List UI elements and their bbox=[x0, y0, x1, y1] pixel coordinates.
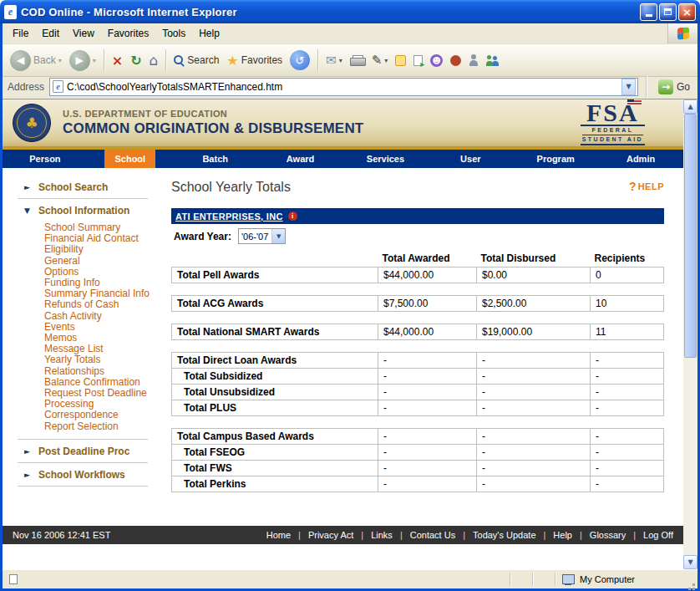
menu-tools[interactable]: Tools bbox=[155, 24, 192, 43]
nav-tab-person[interactable]: Person bbox=[3, 150, 88, 168]
address-dropdown-button[interactable]: ▼ bbox=[621, 79, 636, 95]
total-awarded-value: - bbox=[378, 429, 477, 445]
nav-tab-batch[interactable]: Batch bbox=[173, 150, 258, 168]
messenger-button[interactable]: ☻ bbox=[428, 53, 445, 69]
maximize-icon bbox=[664, 8, 672, 15]
scroll-down-button[interactable]: ▼ bbox=[683, 555, 697, 569]
spacer-cell bbox=[172, 416, 664, 429]
sidebar-link-yearly-totals[interactable]: Yearly Totals bbox=[44, 354, 166, 365]
agency-name: U.S. DEPARTMENT OF EDUCATION bbox=[63, 109, 363, 119]
menu-file[interactable]: File bbox=[6, 24, 35, 43]
sidebar-section-header-school-workflows[interactable]: ►School Workflows bbox=[3, 464, 166, 485]
scrollbar-thumb[interactable] bbox=[684, 114, 697, 358]
print-button[interactable] bbox=[347, 53, 367, 68]
school-name-link[interactable]: ATI ENTERPRISES, INC bbox=[175, 211, 283, 222]
col-header-total-awarded: Total Awarded bbox=[378, 250, 477, 267]
mail-button[interactable]: ✉ ▾ bbox=[323, 51, 345, 69]
help-button[interactable]: ? HELP bbox=[629, 180, 664, 193]
scrollbar-track[interactable] bbox=[683, 114, 697, 555]
vertical-scrollbar[interactable]: ▲ ▼ bbox=[683, 99, 697, 569]
nav-tab-label: Award bbox=[276, 150, 324, 168]
edit-button[interactable]: ✎ ▾ bbox=[369, 51, 391, 69]
sidebar-link-report-selection[interactable]: Report Selection bbox=[44, 421, 166, 432]
table-row-total-subsidized: Total Subsidized--- bbox=[172, 369, 664, 385]
footer-link-glossary[interactable]: Glossary bbox=[590, 530, 626, 540]
award-year-select[interactable]: '06-'07 ▼ bbox=[238, 228, 286, 244]
go-button[interactable]: → Go bbox=[654, 79, 694, 94]
info-icon[interactable]: i bbox=[288, 211, 297, 221]
nav-tab-award[interactable]: Award bbox=[258, 150, 343, 168]
page-body: ►School Search▼School InformationSchool … bbox=[3, 168, 683, 526]
resize-grip[interactable] bbox=[684, 572, 696, 587]
home-button[interactable]: ⌂ bbox=[147, 50, 161, 70]
page-title: School Yearly Totals bbox=[171, 180, 291, 195]
spacer-cell bbox=[172, 283, 664, 296]
sidebar-link-cash-activity[interactable]: Cash Activity bbox=[44, 311, 166, 322]
nav-tab-user[interactable]: User bbox=[428, 150, 513, 168]
web-page: ♣ U.S. DEPARTMENT OF EDUCATION COMMON OR… bbox=[3, 99, 683, 569]
refresh-button[interactable]: ↻ bbox=[128, 51, 144, 70]
sidebar-section-post-deadline-proc: ►Post Deadline Proc bbox=[3, 441, 166, 461]
application-title: COMMON ORIGINATION & DISBURSEMENT bbox=[63, 120, 363, 137]
footer-link-today-s-update[interactable]: Today's Update bbox=[473, 530, 535, 540]
title-bar[interactable]: e COD Online - Microsoft Internet Explor… bbox=[0, 0, 700, 23]
scroll-up-button[interactable]: ▲ bbox=[683, 99, 697, 114]
history-button[interactable]: ↺ bbox=[287, 48, 312, 72]
nav-tab-services[interactable]: Services bbox=[343, 150, 429, 168]
contacts-button[interactable] bbox=[484, 53, 504, 68]
triangle-right-icon: ► bbox=[24, 471, 33, 479]
menu-help[interactable]: Help bbox=[192, 24, 226, 43]
sidebar-section-label: School Information bbox=[38, 205, 129, 217]
favorites-label: Favorites bbox=[241, 54, 282, 66]
maximize-button[interactable] bbox=[659, 3, 677, 21]
stop-button[interactable]: × bbox=[109, 51, 125, 70]
sidebar-section-header-post-deadline-proc[interactable]: ►Post Deadline Proc bbox=[3, 441, 166, 461]
sidebar-link-correspondence[interactable]: Correspondence bbox=[44, 410, 166, 420]
total-disbursed-value: - bbox=[477, 369, 591, 385]
minimize-button[interactable] bbox=[640, 3, 657, 21]
sidebar-link-general[interactable]: General bbox=[44, 256, 166, 267]
footer-link-log-off[interactable]: Log Off bbox=[643, 530, 673, 540]
sidebar-section-header-school-search[interactable]: ►School Search bbox=[3, 176, 166, 197]
row-label: Total FWS bbox=[172, 461, 378, 476]
sidebar-link-eligibility[interactable]: Eligibility bbox=[44, 244, 166, 255]
media-button[interactable] bbox=[448, 53, 464, 68]
address-input[interactable]: e C:\cod\SchoolYearlyTotalsSMARTEnhanced… bbox=[49, 78, 638, 96]
sidebar-section-header-school-information[interactable]: ▼School Information bbox=[3, 200, 166, 221]
row-label: Total ACG Awards bbox=[172, 296, 378, 312]
profile-button[interactable] bbox=[466, 53, 481, 68]
favorites-button[interactable]: ★ Favorites bbox=[224, 51, 285, 70]
nav-tab-program[interactable]: Program bbox=[513, 150, 598, 168]
sidebar-links: School SummaryFinancial Aid ContactEligi… bbox=[3, 221, 166, 438]
search-button[interactable]: Search bbox=[171, 53, 221, 68]
sidebar-link-relationships[interactable]: Relationships bbox=[44, 366, 166, 377]
my-computer-icon bbox=[562, 574, 575, 585]
footer-link-contact-us[interactable]: Contact Us bbox=[410, 530, 455, 540]
footer-link-links[interactable]: Links bbox=[371, 530, 393, 540]
nav-tab-school[interactable]: School bbox=[88, 150, 173, 168]
address-url: C:\cod\SchoolYearlyTotalsSMARTEnhanced.h… bbox=[67, 81, 618, 93]
research-button[interactable] bbox=[411, 53, 425, 68]
sidebar-divider bbox=[18, 439, 148, 440]
document-icon bbox=[9, 574, 18, 584]
forward-button[interactable]: ▶ ▾ bbox=[67, 48, 99, 73]
menu-favorites[interactable]: Favorites bbox=[101, 24, 155, 43]
menu-edit[interactable]: Edit bbox=[35, 24, 66, 43]
footer-separator: | bbox=[361, 530, 363, 540]
footer-link-privacy-act[interactable]: Privacy Act bbox=[308, 530, 353, 540]
nav-tab-admin[interactable]: Admin bbox=[598, 150, 683, 168]
sidebar-link-refunds-of-cash[interactable]: Refunds of Cash bbox=[44, 299, 166, 310]
back-button[interactable]: ◀ Back ▾ bbox=[8, 48, 64, 73]
footer-link-help[interactable]: Help bbox=[553, 530, 572, 540]
close-button[interactable]: × bbox=[678, 3, 696, 21]
menu-view[interactable]: View bbox=[66, 24, 101, 43]
recipients-value: 0 bbox=[591, 267, 664, 283]
footer-link-home[interactable]: Home bbox=[266, 530, 291, 540]
status-panel bbox=[535, 572, 553, 587]
toolbar-separator bbox=[646, 75, 647, 98]
row-label: Total Unsubsidized bbox=[172, 385, 378, 400]
discuss-button[interactable] bbox=[393, 53, 408, 68]
recipients-value: 10 bbox=[591, 296, 664, 312]
cod-banner: ♣ U.S. DEPARTMENT OF EDUCATION COMMON OR… bbox=[3, 99, 683, 150]
status-divider bbox=[510, 573, 510, 586]
